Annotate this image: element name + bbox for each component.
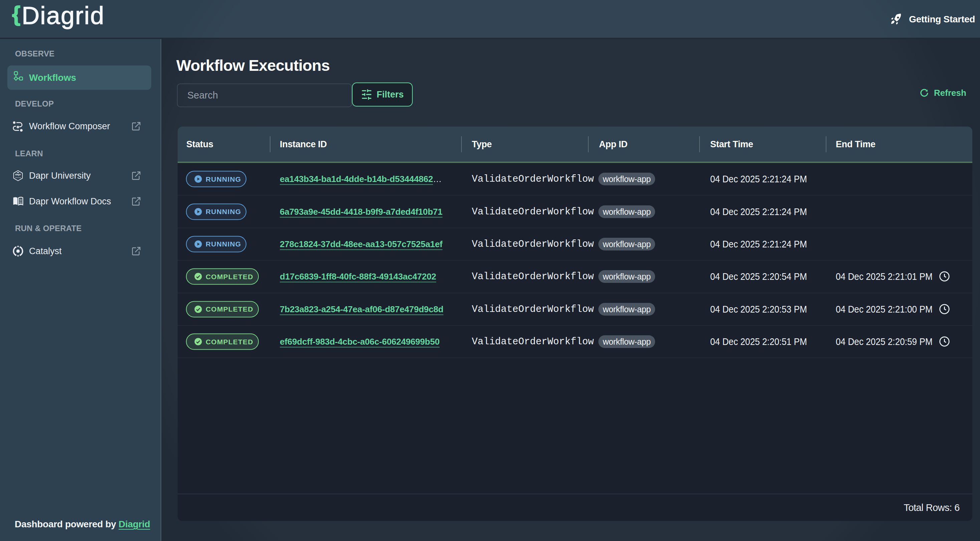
svg-text:University: University xyxy=(15,177,21,178)
svg-text:dapr: dapr xyxy=(15,173,21,176)
